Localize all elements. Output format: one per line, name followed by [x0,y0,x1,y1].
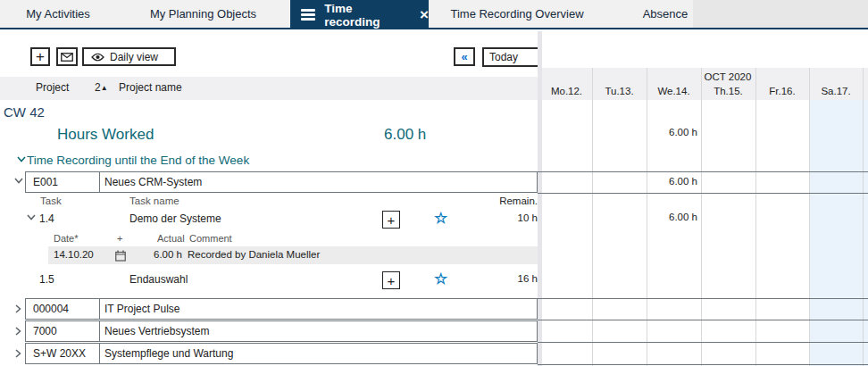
project-name: Neues Vertriebsystem [104,325,209,337]
envelope-icon [61,49,73,65]
column-actual: Actual [157,233,185,244]
cell-divider [99,321,100,341]
chevron-down-icon[interactable] [27,214,36,220]
chevron-right-icon[interactable] [15,349,21,358]
day-total-project: 6.00 h [647,176,697,187]
eye-icon [91,49,104,65]
task-id: 1.5 [39,273,54,286]
chevron-down-icon[interactable] [14,178,23,184]
column-project[interactable]: Project [36,81,69,94]
task-remaining: 10 h [484,212,538,223]
previous-week-button[interactable]: « [454,47,475,66]
task-remaining: 16 h [484,273,538,284]
chevron-right-icon[interactable] [15,327,21,336]
favorite-star-icon[interactable]: ☆ [434,271,447,287]
entry-actual-hours[interactable]: 6.00 h [129,249,182,260]
day-total-hours-worked: 6.00 h [647,127,697,137]
favorite-star-icon[interactable]: ☆ [434,211,447,226]
grid-row-line [538,364,868,365]
column-task-name: Task name [129,195,179,206]
day-header-we[interactable]: We.14. [647,86,701,98]
calendar-week-label: CW 42 [4,104,45,120]
sort-order: 2 [95,81,101,94]
project-name: Systempflege und Wartung [104,347,233,360]
project-row[interactable]: 000004 IT Project Pulse [25,298,538,320]
day-header-th[interactable]: Th.15. [701,86,755,98]
project-id: S+W 20XX [33,347,86,360]
grid-column-line [755,68,756,366]
task-name[interactable]: Demo der Systeme [129,212,221,225]
column-remaining: Remain. [484,195,538,206]
column-task: Task [40,195,62,206]
day-header-mo[interactable]: Mo.12. [541,86,592,98]
hours-worked-label: Hours Worked [57,126,154,144]
project-row[interactable]: S+W 20XX Systempflege und Wartung [25,343,538,364]
weekend-column-highlight [809,100,868,366]
tab-time-recording-overview[interactable]: Time Recording Overview [442,0,592,28]
tab-bar-shade [693,0,868,28]
project-id: 000004 [33,303,69,315]
grid-column-line [809,68,810,366]
left-table-header: Project 2▲ Project name [0,77,538,100]
plus-icon: + [388,273,396,288]
entry-date[interactable]: 14.10.20 [54,249,94,260]
daily-view-button[interactable]: Daily view [82,47,176,66]
project-id: E001 [33,176,58,188]
tab-my-activities[interactable]: My Activities [9,0,107,28]
hours-worked-total: 6.00 h [384,126,426,144]
section-header[interactable]: Time Recording until the End of the Week [27,154,249,167]
close-icon[interactable]: × [420,7,429,22]
grid-row-line [538,171,868,172]
chevron-right-icon[interactable] [15,304,21,313]
today-select[interactable]: Today [482,47,539,67]
grid-row-line [538,342,868,343]
tab-bar-underline [0,28,868,29]
cell-divider [99,299,100,319]
column-project-name[interactable]: Project name [119,81,182,94]
sort-ascending-icon: ▲ [101,84,108,92]
entry-comment: Recorded by Daniela Mueller [188,249,320,260]
task-id: 1.4 [39,212,54,225]
add-entry-button[interactable]: + [382,271,400,289]
project-row[interactable]: 7000 Neues Vertriebsystem [25,320,538,342]
project-id: 7000 [33,325,57,337]
month-label: OCT 2020 [674,71,781,82]
daily-view-label: Daily view [110,51,158,63]
tab-bar: My Activities My Planning Objects Time r… [0,0,868,29]
grid-column-line [701,68,702,366]
project-name: Neues CRM-System [104,176,202,188]
column-plus: + [117,233,122,244]
day-header-fr[interactable]: Fr.16. [755,86,809,98]
plus-icon: + [388,212,396,228]
day-value-task: 6.00 h [647,212,697,222]
sort-indicator[interactable]: 2▲ [95,81,108,94]
tab-absence[interactable]: Absence [625,0,705,28]
cell-divider [99,344,100,363]
grid-column-line [592,68,593,366]
grid-row-line [538,298,868,299]
week-grid: OCT 2020 Mo.12. Tu.13. We.14. Th.15. Fr.… [538,31,868,366]
day-header-tu[interactable]: Tu.13. [592,86,647,98]
calendar-icon[interactable] [115,249,126,265]
menu-icon[interactable] [301,7,315,23]
cell-divider [99,172,100,192]
plus-icon: + [36,49,45,64]
day-header-sa[interactable]: Sa.17. [809,86,863,98]
project-row-open[interactable]: E001 Neues CRM-System [25,171,538,193]
tab-time-recording-label: Time recording [324,2,407,29]
project-name: IT Project Pulse [104,303,179,315]
tab-time-recording[interactable]: Time recording × [290,0,429,29]
column-date: Date* [54,233,79,244]
column-comment: Comment [189,233,232,244]
mail-button[interactable] [56,47,78,66]
time-recording-app: My Activities My Planning Objects Time r… [0,0,868,366]
grid-column-line [863,68,864,366]
chevrons-left-icon: « [461,50,467,63]
add-button[interactable]: + [30,47,50,66]
add-entry-button[interactable]: + [382,211,400,229]
chevron-down-icon[interactable] [17,156,26,162]
grid-row-line [538,193,868,194]
tab-my-planning-objects[interactable]: My Planning Objects [134,0,272,28]
grid-row-line [538,320,868,320]
task-name[interactable]: Endauswahl [129,273,188,286]
